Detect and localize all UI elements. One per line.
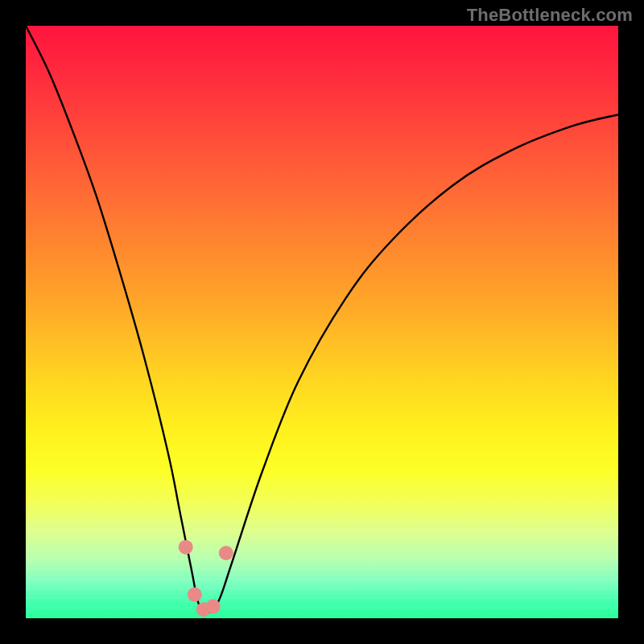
dot-mid1 xyxy=(188,588,202,602)
watermark-text: TheBottleneck.com xyxy=(467,5,633,26)
marker-group xyxy=(179,540,233,617)
dot-right xyxy=(219,546,233,560)
curve-layer xyxy=(26,26,618,618)
chart-frame: TheBottleneck.com xyxy=(0,0,644,644)
dot-mid3 xyxy=(206,599,221,613)
bottleneck-curve xyxy=(26,26,618,613)
dot-left xyxy=(179,540,193,555)
plot-area xyxy=(26,26,618,618)
